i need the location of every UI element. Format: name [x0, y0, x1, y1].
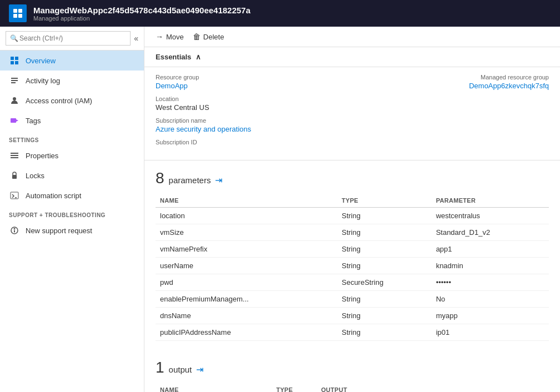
sidebar-item-new-support[interactable]: New support request [0, 220, 144, 240]
resource-group-row: Resource group DemoApp [156, 74, 352, 90]
svg-rect-9 [11, 80, 18, 81]
svg-rect-1 [18, 9, 22, 13]
settings-section-label: SETTINGS [0, 130, 144, 145]
param-name: vmNamePrefix [156, 241, 337, 258]
table-row: dnsNameStringmyapp [156, 308, 549, 324]
resource-group-link[interactable]: DemoApp [156, 82, 188, 90]
outputs-count: 1 [156, 359, 164, 376]
tags-label: Tags [26, 117, 41, 125]
app-icon [9, 4, 27, 22]
param-value: No [432, 291, 549, 308]
param-col-name: NAME [156, 194, 337, 208]
param-type: String [337, 224, 432, 241]
sidebar: 🔍 « Overview [0, 27, 144, 392]
outputs-name: output [169, 365, 192, 374]
toolbar: → Move 🗑 Delete [144, 27, 560, 47]
new-support-label: New support request [26, 227, 92, 235]
param-value: knadmin [432, 258, 549, 274]
svg-rect-10 [11, 82, 16, 83]
essentials-label: Essentials [156, 53, 191, 61]
sidebar-item-tags[interactable]: Tags [0, 110, 144, 130]
svg-rect-14 [11, 155, 18, 156]
table-row: enablePremiumManagem...StringNo [156, 291, 549, 308]
support-icon [9, 225, 20, 236]
sidebar-item-overview[interactable]: Overview [0, 51, 144, 71]
essentials-body: Resource group DemoApp Location West Cen… [144, 67, 560, 160]
param-value: westcentralus [432, 208, 549, 224]
automation-label: Automation script [26, 192, 81, 200]
output-col-type: TYPE [272, 383, 317, 392]
table-row: locationStringwestcentralus [156, 208, 549, 224]
svg-rect-3 [18, 14, 22, 18]
header-subtitle: Managed application [33, 15, 251, 22]
svg-point-11 [13, 97, 16, 100]
svg-rect-12 [11, 118, 16, 123]
sidebar-item-access-control[interactable]: Access control (IAM) [0, 91, 144, 110]
sidebar-item-activity-log[interactable]: Activity log [0, 71, 144, 91]
outputs-title: 1 output ⇥ [156, 359, 549, 376]
parameters-export-icon[interactable]: ⇥ [215, 175, 222, 185]
svg-point-19 [14, 228, 16, 230]
param-type: String [337, 258, 432, 274]
param-name: userName [156, 258, 337, 274]
essentials-right: Managed resource group DemoApp6zkevchqk7… [352, 74, 549, 151]
top-header: ManagedWebAppc2f45d5478c443d5ae0490ee418… [0, 0, 560, 27]
sidebar-item-locks[interactable]: Locks [0, 165, 144, 185]
parameters-table: NAME TYPE PARAMETER locationStringwestce… [156, 194, 549, 341]
output-col-name: NAME [156, 383, 272, 392]
essentials-header: Essentials ∧ [144, 47, 560, 67]
param-name: vmSize [156, 224, 337, 241]
collapse-button[interactable]: « [134, 34, 138, 43]
svg-rect-6 [11, 61, 14, 64]
managed-resource-group-label: Managed resource group [352, 74, 549, 81]
search-input[interactable] [6, 31, 131, 46]
location-row: Location West Central US [156, 96, 352, 112]
svg-rect-8 [11, 78, 18, 79]
param-name: enablePremiumManagem... [156, 291, 337, 308]
param-type: String [337, 308, 432, 324]
delete-icon: 🗑 [193, 32, 201, 41]
search-bar-container: 🔍 « [0, 27, 144, 51]
tags-icon [9, 115, 20, 126]
output-col-output: OUTPUT [317, 383, 549, 392]
overview-label: Overview [26, 57, 56, 65]
param-name: pwd [156, 274, 337, 291]
param-type: String [337, 241, 432, 258]
outputs-table: NAME TYPE OUTPUT applicationEndpointStri… [156, 383, 549, 392]
outputs-export-icon[interactable]: ⇥ [196, 364, 203, 375]
svg-rect-4 [11, 57, 14, 60]
param-value: Standard_D1_v2 [432, 224, 549, 241]
svg-rect-13 [11, 153, 18, 154]
svg-rect-16 [12, 175, 17, 179]
header-title: ManagedWebAppc2f45d5478c443d5ae0490ee418… [33, 6, 251, 15]
subscription-name-link[interactable]: Azure security and operations [156, 125, 251, 133]
locks-label: Locks [26, 172, 44, 180]
table-row: vmSizeStringStandard_D1_v2 [156, 224, 549, 241]
parameters-header-row: NAME TYPE PARAMETER [156, 194, 549, 208]
sidebar-item-properties[interactable]: Properties [0, 145, 144, 165]
move-button[interactable]: → Move [156, 32, 184, 41]
table-row: pwdSecureString•••••• [156, 274, 549, 291]
param-col-type: TYPE [337, 194, 432, 208]
move-icon: → [156, 32, 163, 41]
table-row: userNameStringknadmin [156, 258, 549, 274]
locks-icon [9, 170, 20, 181]
automation-icon [9, 190, 20, 201]
move-label: Move [166, 33, 184, 41]
param-type: String [337, 291, 432, 308]
resource-group-label: Resource group [156, 74, 352, 81]
support-section-label: SUPPORT + TROUBLESHOOTING [0, 205, 144, 220]
param-name: location [156, 208, 337, 224]
table-row: publicIPAddressNameStringip01 [156, 324, 549, 341]
managed-resource-group-link[interactable]: DemoApp6zkevchqk7sfq [469, 82, 549, 90]
param-name: publicIPAddressName [156, 324, 337, 341]
sidebar-item-automation[interactable]: Automation script [0, 185, 144, 205]
param-value: app1 [432, 241, 549, 258]
param-value: myapp [432, 308, 549, 324]
delete-button[interactable]: 🗑 Delete [193, 32, 224, 41]
table-row: vmNamePrefixStringapp1 [156, 241, 549, 258]
content-area: → Move 🗑 Delete Essentials ∧ Resource gr… [144, 27, 560, 392]
outputs-header-row: NAME TYPE OUTPUT [156, 383, 549, 392]
essentials-collapse-icon[interactable]: ∧ [196, 53, 201, 61]
param-value: •••••• [432, 274, 549, 291]
